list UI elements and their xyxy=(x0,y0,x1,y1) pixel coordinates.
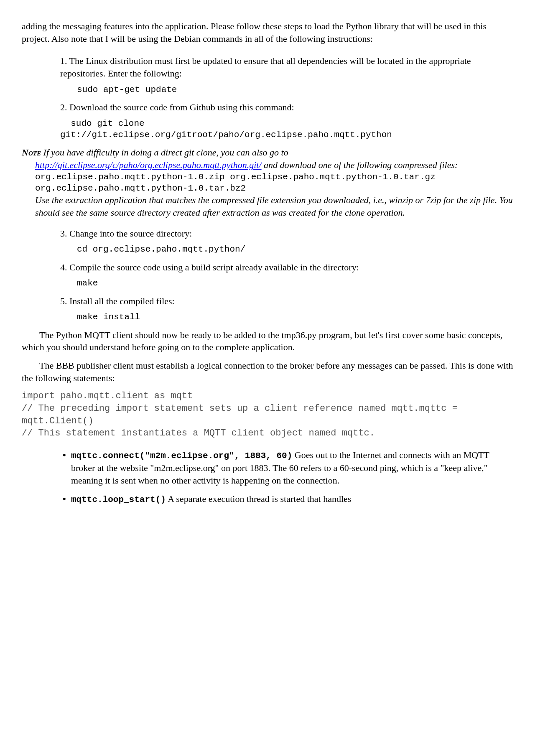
bullet-item-2: • mqttc.loop_start() A separate executio… xyxy=(63,493,513,506)
body-para-1: The Python MQTT client should now be rea… xyxy=(22,329,513,354)
step-4-code: make xyxy=(77,277,513,289)
note-file-list: org.eclipse.paho.mqtt.python-1.0.zip org… xyxy=(35,171,513,194)
steps-group-2: 3. Change into the source directory: cd … xyxy=(60,227,513,323)
intro-paragraph: adding the messaging features into the a… xyxy=(22,20,513,45)
note-lead-2: and download one of the following compre… xyxy=(262,160,458,170)
steps-group-1: 1. The Linux distribution must first be … xyxy=(60,55,513,140)
step-2-code: sudo git clone git://git.eclipse.org/git… xyxy=(60,118,513,141)
step-1-code: sudo apt-get update xyxy=(77,84,513,95)
bullet-item-1: • mqttc.connect("m2m.eclipse.org", 1883,… xyxy=(63,449,513,487)
note-link[interactable]: http://git.eclipse.org/c/paho/org.eclips… xyxy=(35,160,262,170)
note-label: Note xyxy=(22,147,41,158)
step-1-text: 1. The Linux distribution must first be … xyxy=(60,55,513,79)
bullet-dot-icon: • xyxy=(63,493,71,506)
step-5-code: make install xyxy=(77,311,513,323)
note-lead-1: If you have difficulty in doing a direct… xyxy=(41,147,288,158)
step-3-code: cd org.eclipse.paho.mqtt.python/ xyxy=(77,244,513,255)
bullet-2-code: mqttc.loop_start() xyxy=(71,495,166,504)
code-listing: import paho.mqtt.client as mqtt // The p… xyxy=(22,390,513,440)
step-4-text: 4. Compile the source code using a build… xyxy=(60,261,513,274)
note-trail: Use the extraction application that matc… xyxy=(35,195,513,218)
note-period: . xyxy=(403,207,405,218)
step-2-text: 2. Download the source code from Github … xyxy=(60,101,513,114)
bullet-dot-icon: • xyxy=(63,449,71,487)
bullet-1-code: mqttc.connect("m2m.eclipse.org", 1883, 6… xyxy=(71,451,292,461)
body-para-2: The BBB publisher client must establish … xyxy=(22,359,513,384)
note-block: Note If you have difficulty in doing a d… xyxy=(22,146,513,219)
step-5-text: 5. Install all the compiled files: xyxy=(60,295,513,308)
bullet-list: • mqttc.connect("m2m.eclipse.org", 1883,… xyxy=(63,449,513,506)
bullet-2-text: A separate execution thread is started t… xyxy=(166,494,352,504)
step-3-text: 3. Change into the source directory: xyxy=(60,227,513,240)
